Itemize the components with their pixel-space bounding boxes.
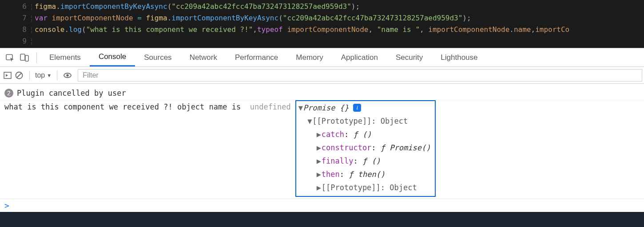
undefined-value: undefined <box>250 100 291 197</box>
console-output: 2 Plugin cancelled by user what is this … <box>0 84 644 199</box>
code-content[interactable]: figma.importComponentByKeyAsync("cc209a4… <box>35 1 360 12</box>
devtools-tabbar: ElementsConsoleSourcesNetworkPerformance… <box>0 48 644 67</box>
console-message[interactable]: 2 Plugin cancelled by user <box>0 86 644 100</box>
disclosure-triangle-open[interactable]: ▼ <box>307 114 312 128</box>
chevron-down-icon: ▼ <box>47 73 52 78</box>
object-property[interactable]: ▶then: ƒ then() <box>298 168 431 181</box>
message-count-badge: 2 <box>4 89 13 98</box>
disclosure-triangle-closed[interactable]: ▶ <box>316 168 322 181</box>
inspect-element-icon[interactable] <box>4 52 16 63</box>
tab-network[interactable]: Network <box>181 48 226 67</box>
object-header: Promise {} <box>303 103 349 112</box>
inner-prototype-label: [[Prototype]]: Object <box>322 183 417 192</box>
tab-lighthouse[interactable]: Lighthouse <box>432 48 486 67</box>
svg-rect-2 <box>25 55 28 61</box>
tab-console[interactable]: Console <box>90 48 135 67</box>
divider <box>57 70 57 80</box>
console-prompt[interactable]: > <box>0 199 644 212</box>
prototype-label: [[Prototype]]: Object <box>312 117 408 125</box>
clear-console-icon[interactable] <box>13 70 25 81</box>
tab-security[interactable]: Security <box>387 48 432 67</box>
code-content[interactable]: var importComponentNode = figma.importCo… <box>35 12 471 24</box>
disclosure-triangle-closed[interactable]: ▶ <box>316 181 322 194</box>
line-number: 8¦ <box>0 24 35 35</box>
console-toolbar: top ▼ <box>0 67 644 84</box>
log-text: what is this component we received ?! ob… <box>4 100 250 197</box>
code-content[interactable]: console.log("what is this component we r… <box>35 24 569 35</box>
disclosure-triangle-closed[interactable]: ▶ <box>316 154 322 168</box>
code-editor[interactable]: 6¦figma.importComponentByKeyAsync("cc209… <box>0 0 644 48</box>
disclosure-triangle-closed[interactable]: ▶ <box>316 128 322 141</box>
svg-point-7 <box>66 74 68 76</box>
tab-memory[interactable]: Memory <box>287 48 332 67</box>
devtools-panel: ElementsConsoleSourcesNetworkPerformance… <box>0 48 644 212</box>
sidebar-toggle-icon[interactable] <box>2 70 13 81</box>
svg-line-5 <box>17 73 21 78</box>
object-property[interactable]: ▶finally: ƒ () <box>298 154 431 168</box>
divider <box>29 70 30 80</box>
console-log-entry[interactable]: what is this component we received ?! ob… <box>0 100 644 197</box>
code-line[interactable]: 7¦var importComponentNode = figma.import… <box>0 12 644 24</box>
object-property[interactable]: ▶catch: ƒ () <box>298 128 431 141</box>
message-text: Plugin cancelled by user <box>17 86 126 100</box>
expanded-object[interactable]: ▼Promise {} i ▼[[Prototype]]: Object ▶ca… <box>295 100 436 197</box>
line-number: 9¦ <box>0 35 35 47</box>
divider <box>36 52 37 63</box>
disclosure-triangle-closed[interactable]: ▶ <box>316 141 322 154</box>
tab-elements[interactable]: Elements <box>40 48 90 67</box>
object-property[interactable]: ▶constructor: ƒ Promise() <box>298 141 431 154</box>
prompt-caret: > <box>4 201 9 210</box>
svg-rect-1 <box>20 54 25 60</box>
context-label: top <box>35 71 45 79</box>
info-icon[interactable]: i <box>353 104 361 112</box>
tab-application[interactable]: Application <box>332 48 387 67</box>
tab-performance[interactable]: Performance <box>226 48 287 67</box>
console-filter-input[interactable] <box>78 69 642 82</box>
execution-context-selector[interactable]: top ▼ <box>34 71 52 79</box>
code-line[interactable]: 9¦ <box>0 35 644 47</box>
code-line[interactable]: 8¦console.log("what is this component we… <box>0 24 644 35</box>
line-number: 6¦ <box>0 1 35 12</box>
line-number: 7¦ <box>0 12 35 24</box>
disclosure-triangle-open[interactable]: ▼ <box>298 101 303 114</box>
code-line[interactable]: 6¦figma.importComponentByKeyAsync("cc209… <box>0 1 644 12</box>
live-expression-icon[interactable] <box>62 70 73 81</box>
device-toggle-icon[interactable] <box>19 52 30 63</box>
tab-sources[interactable]: Sources <box>135 48 180 67</box>
